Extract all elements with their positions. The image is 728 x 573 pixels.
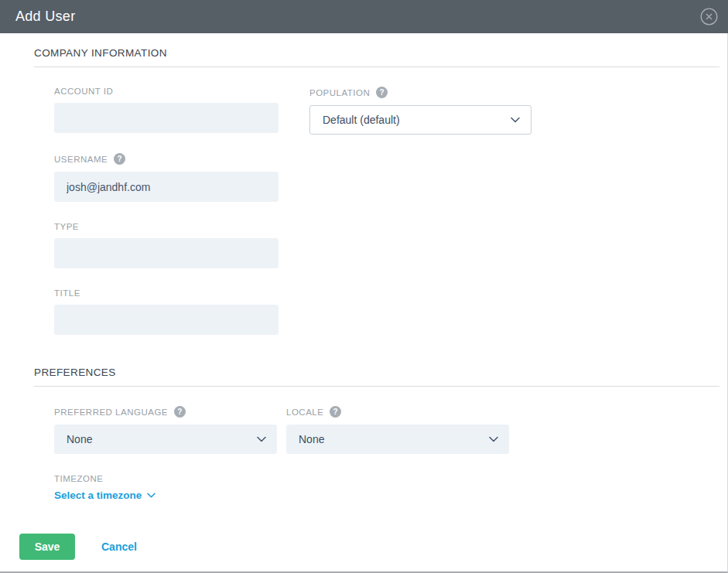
add-user-modal: Add User COMPANY INFORMATION ACCOUNT ID	[0, 0, 728, 573]
type-input[interactable]	[54, 238, 279, 268]
close-button[interactable]	[699, 8, 718, 26]
locale-label: LOCALE ?	[286, 406, 509, 418]
preferred-language-group: PREFERRED LANGUAGE ? None	[54, 406, 277, 454]
population-label: POPULATION ?	[309, 87, 531, 98]
population-help-icon[interactable]: ?	[376, 87, 388, 98]
cancel-button[interactable]: Cancel	[101, 541, 137, 553]
timezone-group: TIMEZONE Select a timezone	[54, 474, 719, 502]
chevron-down-icon	[511, 117, 520, 123]
title-input[interactable]	[54, 305, 279, 335]
username-input[interactable]	[54, 172, 279, 202]
account-id-group: ACCOUNT ID	[54, 87, 279, 133]
modal-header: Add User	[0, 0, 728, 33]
modal-body: COMPANY INFORMATION ACCOUNT ID	[0, 33, 728, 573]
preferred-language-help-icon[interactable]: ?	[174, 406, 186, 418]
preferred-language-selected-value: None	[67, 433, 92, 445]
title-label: TITLE	[54, 288, 279, 298]
type-label: TYPE	[54, 222, 279, 231]
locale-select[interactable]: None	[286, 425, 509, 454]
actions-row: Save Cancel	[19, 534, 727, 560]
preferences-form-area: PREFERRED LANGUAGE ? None LOCALE	[34, 387, 719, 502]
page-title: Add User	[15, 9, 75, 25]
chevron-down-icon	[147, 493, 156, 498]
population-select[interactable]: Default (default)	[309, 105, 531, 135]
company-right-column: POPULATION ? Default (default)	[309, 87, 531, 135]
username-group: USERNAME ?	[54, 153, 279, 202]
save-button[interactable]: Save	[19, 534, 75, 560]
username-label: USERNAME ?	[54, 153, 279, 165]
chevron-down-icon	[257, 436, 266, 442]
locale-group: LOCALE ? None	[286, 406, 509, 454]
preferences-heading: PREFERENCES	[34, 367, 719, 387]
company-information-section: COMPANY INFORMATION ACCOUNT ID	[34, 47, 719, 335]
company-information-heading: COMPANY INFORMATION	[34, 47, 719, 67]
preferred-language-label: PREFERRED LANGUAGE ?	[54, 406, 277, 418]
locale-selected-value: None	[299, 433, 324, 445]
close-icon	[700, 8, 718, 26]
population-selected-value: Default (default)	[323, 114, 400, 126]
account-id-input[interactable]	[54, 103, 279, 133]
timezone-label: TIMEZONE	[54, 474, 719, 483]
preferred-language-select[interactable]: None	[54, 425, 277, 454]
username-help-icon[interactable]: ?	[114, 153, 125, 165]
type-group: TYPE	[54, 222, 279, 268]
account-id-label: ACCOUNT ID	[54, 87, 279, 96]
title-group: TITLE	[54, 288, 279, 335]
company-left-column: ACCOUNT ID USERNAME ?	[54, 87, 279, 335]
chevron-down-icon	[489, 436, 498, 442]
company-form-area: ACCOUNT ID USERNAME ?	[34, 67, 719, 335]
population-group: POPULATION ? Default (default)	[309, 87, 531, 135]
preferences-section: PREFERENCES PREFERRED LANGUAGE ? None	[34, 367, 719, 502]
timezone-select-link[interactable]: Select a timezone	[54, 489, 156, 501]
locale-help-icon[interactable]: ?	[330, 406, 341, 418]
